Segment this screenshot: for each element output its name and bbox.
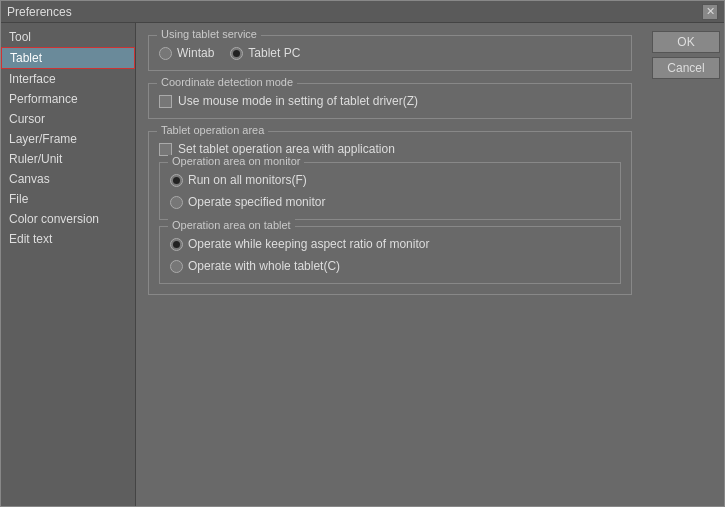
operate-specified-label: Operate specified monitor (188, 195, 325, 209)
set-tablet-area-checkbox[interactable]: ✓ Set tablet operation area with applica… (159, 142, 621, 156)
preferences-dialog: Preferences ✕ ToolTabletInterfacePerform… (0, 0, 725, 507)
dialog-title: Preferences (7, 5, 72, 19)
tablet-pc-label: Tablet PC (248, 46, 300, 60)
sidebar-item-tablet[interactable]: Tablet (1, 47, 135, 69)
dialog-body: ToolTabletInterfacePerformanceCursorLaye… (1, 23, 724, 506)
operation-on-monitor-label: Operation area on monitor (168, 155, 304, 167)
sidebar-item-ruler-unit[interactable]: Ruler/Unit (1, 149, 135, 169)
sidebar-item-edit-text[interactable]: Edit text (1, 229, 135, 249)
run-all-monitors-radio-inner (173, 177, 180, 184)
cancel-button[interactable]: Cancel (652, 57, 720, 79)
sidebar: ToolTabletInterfacePerformanceCursorLaye… (1, 23, 136, 506)
keep-aspect-radio-outer (170, 238, 183, 251)
tablet-pc-radio-inner (233, 50, 240, 57)
coordinate-detection-group: Coordinate detection mode ✓ Use mouse mo… (148, 83, 632, 119)
operation-on-tablet-label: Operation area on tablet (168, 219, 295, 231)
mouse-mode-checkbox-box: ✓ (159, 95, 172, 108)
set-tablet-area-checkbox-box: ✓ (159, 143, 172, 156)
keep-aspect-radio-inner (173, 241, 180, 248)
operate-specified-radio[interactable]: Operate specified monitor (170, 195, 610, 209)
main-content: Using tablet service Wintab Tablet PC (136, 23, 644, 506)
using-tablet-service-group: Using tablet service Wintab Tablet PC (148, 35, 632, 71)
sidebar-item-canvas[interactable]: Canvas (1, 169, 135, 189)
wintab-radio[interactable]: Wintab (159, 46, 214, 60)
sidebar-item-interface[interactable]: Interface (1, 69, 135, 89)
operation-on-monitor-group: Operation area on monitor Run on all mon… (159, 162, 621, 220)
ok-button[interactable]: OK (652, 31, 720, 53)
tablet-operation-area-group: Tablet operation area ✓ Set tablet opera… (148, 131, 632, 295)
keep-aspect-radio[interactable]: Operate while keeping aspect ratio of mo… (170, 237, 610, 251)
sidebar-item-file[interactable]: File (1, 189, 135, 209)
whole-tablet-radio-outer (170, 260, 183, 273)
buttons-panel: OK Cancel (644, 23, 724, 506)
tablet-radio-stack: Operate while keeping aspect ratio of mo… (170, 237, 610, 273)
wintab-radio-outer (159, 47, 172, 60)
tablet-pc-radio-outer (230, 47, 243, 60)
sidebar-item-tool[interactable]: Tool (1, 27, 135, 47)
title-bar: Preferences ✕ (1, 1, 724, 23)
sidebar-item-layer-frame[interactable]: Layer/Frame (1, 129, 135, 149)
operate-specified-radio-outer (170, 196, 183, 209)
tablet-operation-area-label: Tablet operation area (157, 124, 268, 136)
sidebar-item-color-conversion[interactable]: Color conversion (1, 209, 135, 229)
sidebar-item-performance[interactable]: Performance (1, 89, 135, 109)
sidebar-item-cursor[interactable]: Cursor (1, 109, 135, 129)
tablet-pc-radio[interactable]: Tablet PC (230, 46, 300, 60)
run-all-monitors-label: Run on all monitors(F) (188, 173, 307, 187)
using-tablet-service-label: Using tablet service (157, 28, 261, 40)
close-button[interactable]: ✕ (702, 4, 718, 20)
set-tablet-area-label: Set tablet operation area with applicati… (178, 142, 395, 156)
wintab-label: Wintab (177, 46, 214, 60)
whole-tablet-label: Operate with whole tablet(C) (188, 259, 340, 273)
run-all-monitors-radio-outer (170, 174, 183, 187)
mouse-mode-checkbox[interactable]: ✓ Use mouse mode in setting of tablet dr… (159, 94, 621, 108)
run-all-monitors-radio[interactable]: Run on all monitors(F) (170, 173, 610, 187)
coordinate-detection-label: Coordinate detection mode (157, 76, 297, 88)
keep-aspect-label: Operate while keeping aspect ratio of mo… (188, 237, 429, 251)
whole-tablet-radio[interactable]: Operate with whole tablet(C) (170, 259, 610, 273)
tablet-service-radio-group: Wintab Tablet PC (159, 46, 621, 60)
monitor-radio-stack: Run on all monitors(F) Operate specified… (170, 173, 610, 209)
mouse-mode-label: Use mouse mode in setting of tablet driv… (178, 94, 418, 108)
operation-on-tablet-group: Operation area on tablet Operate while k… (159, 226, 621, 284)
